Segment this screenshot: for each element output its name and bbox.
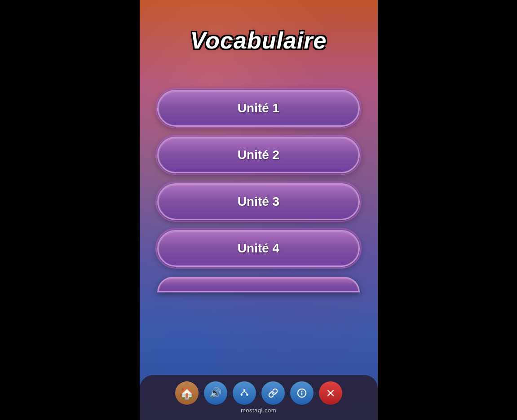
- link-button[interactable]: [261, 381, 285, 405]
- svg-point-1: [240, 393, 243, 396]
- page-title: Vocabulaire: [190, 27, 327, 54]
- left-panel: [0, 0, 140, 420]
- info-button[interactable]: [290, 381, 314, 405]
- unite-3-button[interactable]: Unité 3: [157, 183, 360, 220]
- units-list: Unité 1 Unité 2 Unité 3 Unité 4: [157, 90, 360, 292]
- svg-line-3: [241, 391, 244, 394]
- share-button[interactable]: [233, 381, 256, 405]
- center-panel: Vocabulaire Unité 1 Unité 2 Unité 3 Unit…: [140, 0, 378, 420]
- close-button[interactable]: [319, 381, 342, 405]
- unite-2-button[interactable]: Unité 2: [157, 137, 360, 173]
- unite-4-button[interactable]: Unité 4: [157, 230, 360, 267]
- svg-line-4: [244, 391, 247, 394]
- sound-button[interactable]: 🔊: [204, 381, 227, 405]
- home-button[interactable]: 🏠: [175, 381, 199, 405]
- bottom-icons-row: 🏠 🔊: [175, 381, 342, 405]
- watermark-text: mostaql.com: [241, 407, 276, 414]
- unite-1-button[interactable]: Unité 1: [157, 90, 360, 127]
- svg-point-2: [246, 393, 248, 396]
- bottom-bar: 🏠 🔊: [140, 375, 378, 420]
- right-panel: [378, 0, 517, 420]
- main-content: Vocabulaire Unité 1 Unité 2 Unité 3 Unit…: [140, 0, 378, 420]
- unite-5-partial-button[interactable]: [157, 277, 360, 292]
- svg-point-0: [243, 389, 245, 391]
